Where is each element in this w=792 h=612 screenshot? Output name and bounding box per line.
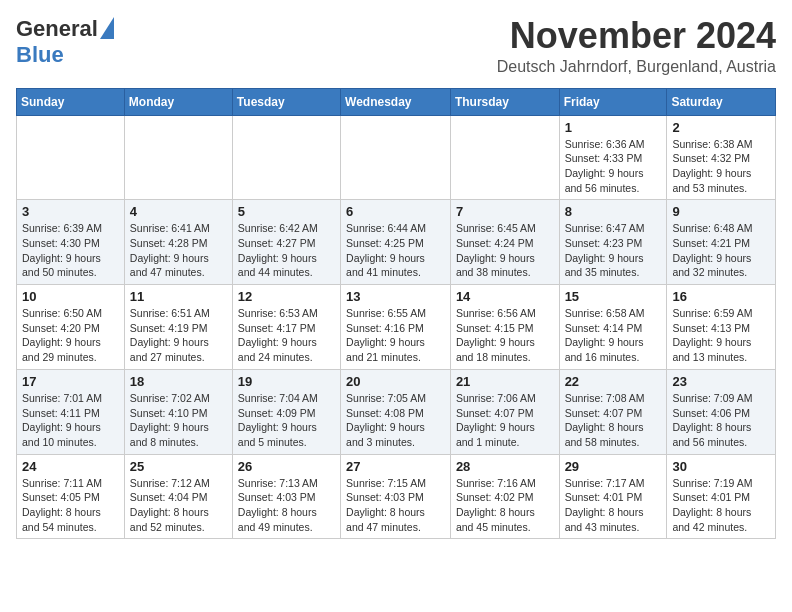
day-info: Sunrise: 7:06 AM Sunset: 4:07 PM Dayligh… <box>456 391 554 450</box>
day-number: 27 <box>346 459 445 474</box>
calendar-cell: 30Sunrise: 7:19 AM Sunset: 4:01 PM Dayli… <box>667 454 776 539</box>
calendar-cell: 27Sunrise: 7:15 AM Sunset: 4:03 PM Dayli… <box>341 454 451 539</box>
calendar-cell: 8Sunrise: 6:47 AM Sunset: 4:23 PM Daylig… <box>559 200 667 285</box>
day-info: Sunrise: 6:56 AM Sunset: 4:15 PM Dayligh… <box>456 306 554 365</box>
day-number: 2 <box>672 120 770 135</box>
title-block: November 2024 Deutsch Jahrndorf, Burgenl… <box>497 16 776 76</box>
month-title: November 2024 <box>497 16 776 56</box>
weekday-header-saturday: Saturday <box>667 88 776 115</box>
day-number: 4 <box>130 204 227 219</box>
location-title: Deutsch Jahrndorf, Burgenland, Austria <box>497 58 776 76</box>
day-info: Sunrise: 7:12 AM Sunset: 4:04 PM Dayligh… <box>130 476 227 535</box>
day-number: 13 <box>346 289 445 304</box>
calendar-cell: 13Sunrise: 6:55 AM Sunset: 4:16 PM Dayli… <box>341 285 451 370</box>
day-info: Sunrise: 6:41 AM Sunset: 4:28 PM Dayligh… <box>130 221 227 280</box>
day-info: Sunrise: 7:11 AM Sunset: 4:05 PM Dayligh… <box>22 476 119 535</box>
logo-triangle-icon <box>100 17 114 39</box>
weekday-header-tuesday: Tuesday <box>232 88 340 115</box>
weekday-header-wednesday: Wednesday <box>341 88 451 115</box>
day-number: 29 <box>565 459 662 474</box>
calendar-cell: 21Sunrise: 7:06 AM Sunset: 4:07 PM Dayli… <box>450 369 559 454</box>
calendar-week-2: 3Sunrise: 6:39 AM Sunset: 4:30 PM Daylig… <box>17 200 776 285</box>
calendar-cell: 16Sunrise: 6:59 AM Sunset: 4:13 PM Dayli… <box>667 285 776 370</box>
calendar-cell: 28Sunrise: 7:16 AM Sunset: 4:02 PM Dayli… <box>450 454 559 539</box>
calendar-cell: 1Sunrise: 6:36 AM Sunset: 4:33 PM Daylig… <box>559 115 667 200</box>
day-info: Sunrise: 6:38 AM Sunset: 4:32 PM Dayligh… <box>672 137 770 196</box>
calendar-cell <box>232 115 340 200</box>
day-number: 1 <box>565 120 662 135</box>
day-number: 20 <box>346 374 445 389</box>
day-number: 30 <box>672 459 770 474</box>
weekday-header-thursday: Thursday <box>450 88 559 115</box>
day-info: Sunrise: 6:53 AM Sunset: 4:17 PM Dayligh… <box>238 306 335 365</box>
calendar-cell: 2Sunrise: 6:38 AM Sunset: 4:32 PM Daylig… <box>667 115 776 200</box>
day-number: 14 <box>456 289 554 304</box>
calendar-cell: 11Sunrise: 6:51 AM Sunset: 4:19 PM Dayli… <box>124 285 232 370</box>
day-info: Sunrise: 6:45 AM Sunset: 4:24 PM Dayligh… <box>456 221 554 280</box>
day-number: 15 <box>565 289 662 304</box>
calendar-week-1: 1Sunrise: 6:36 AM Sunset: 4:33 PM Daylig… <box>17 115 776 200</box>
day-number: 7 <box>456 204 554 219</box>
day-info: Sunrise: 6:42 AM Sunset: 4:27 PM Dayligh… <box>238 221 335 280</box>
calendar-cell: 25Sunrise: 7:12 AM Sunset: 4:04 PM Dayli… <box>124 454 232 539</box>
calendar-week-5: 24Sunrise: 7:11 AM Sunset: 4:05 PM Dayli… <box>17 454 776 539</box>
day-info: Sunrise: 7:08 AM Sunset: 4:07 PM Dayligh… <box>565 391 662 450</box>
calendar-cell: 29Sunrise: 7:17 AM Sunset: 4:01 PM Dayli… <box>559 454 667 539</box>
calendar-body: 1Sunrise: 6:36 AM Sunset: 4:33 PM Daylig… <box>17 115 776 539</box>
day-number: 25 <box>130 459 227 474</box>
day-number: 28 <box>456 459 554 474</box>
day-number: 12 <box>238 289 335 304</box>
calendar-cell: 19Sunrise: 7:04 AM Sunset: 4:09 PM Dayli… <box>232 369 340 454</box>
day-info: Sunrise: 6:36 AM Sunset: 4:33 PM Dayligh… <box>565 137 662 196</box>
calendar-cell: 9Sunrise: 6:48 AM Sunset: 4:21 PM Daylig… <box>667 200 776 285</box>
day-info: Sunrise: 7:01 AM Sunset: 4:11 PM Dayligh… <box>22 391 119 450</box>
calendar-cell <box>17 115 125 200</box>
day-info: Sunrise: 6:51 AM Sunset: 4:19 PM Dayligh… <box>130 306 227 365</box>
weekday-header-monday: Monday <box>124 88 232 115</box>
weekday-header-friday: Friday <box>559 88 667 115</box>
day-number: 24 <box>22 459 119 474</box>
calendar-cell: 24Sunrise: 7:11 AM Sunset: 4:05 PM Dayli… <box>17 454 125 539</box>
day-info: Sunrise: 6:50 AM Sunset: 4:20 PM Dayligh… <box>22 306 119 365</box>
calendar-cell: 20Sunrise: 7:05 AM Sunset: 4:08 PM Dayli… <box>341 369 451 454</box>
calendar-cell <box>124 115 232 200</box>
day-number: 23 <box>672 374 770 389</box>
day-info: Sunrise: 6:59 AM Sunset: 4:13 PM Dayligh… <box>672 306 770 365</box>
calendar-header-row: SundayMondayTuesdayWednesdayThursdayFrid… <box>17 88 776 115</box>
day-number: 3 <box>22 204 119 219</box>
calendar-cell: 18Sunrise: 7:02 AM Sunset: 4:10 PM Dayli… <box>124 369 232 454</box>
logo-general-text: General <box>16 16 98 42</box>
day-number: 5 <box>238 204 335 219</box>
day-number: 8 <box>565 204 662 219</box>
day-info: Sunrise: 6:47 AM Sunset: 4:23 PM Dayligh… <box>565 221 662 280</box>
day-number: 17 <box>22 374 119 389</box>
calendar-cell: 5Sunrise: 6:42 AM Sunset: 4:27 PM Daylig… <box>232 200 340 285</box>
day-number: 6 <box>346 204 445 219</box>
day-info: Sunrise: 6:44 AM Sunset: 4:25 PM Dayligh… <box>346 221 445 280</box>
day-info: Sunrise: 7:15 AM Sunset: 4:03 PM Dayligh… <box>346 476 445 535</box>
day-number: 19 <box>238 374 335 389</box>
calendar-cell: 15Sunrise: 6:58 AM Sunset: 4:14 PM Dayli… <box>559 285 667 370</box>
logo: General Blue <box>16 16 114 68</box>
calendar-cell: 4Sunrise: 6:41 AM Sunset: 4:28 PM Daylig… <box>124 200 232 285</box>
calendar-cell: 10Sunrise: 6:50 AM Sunset: 4:20 PM Dayli… <box>17 285 125 370</box>
day-number: 22 <box>565 374 662 389</box>
logo-blue-text: Blue <box>16 42 64 68</box>
day-number: 11 <box>130 289 227 304</box>
calendar-cell: 12Sunrise: 6:53 AM Sunset: 4:17 PM Dayli… <box>232 285 340 370</box>
calendar-week-3: 10Sunrise: 6:50 AM Sunset: 4:20 PM Dayli… <box>17 285 776 370</box>
calendar-cell <box>341 115 451 200</box>
page-header: General Blue November 2024 Deutsch Jahrn… <box>16 16 776 76</box>
day-number: 9 <box>672 204 770 219</box>
day-info: Sunrise: 7:17 AM Sunset: 4:01 PM Dayligh… <box>565 476 662 535</box>
day-number: 16 <box>672 289 770 304</box>
day-number: 21 <box>456 374 554 389</box>
day-number: 10 <box>22 289 119 304</box>
day-info: Sunrise: 6:55 AM Sunset: 4:16 PM Dayligh… <box>346 306 445 365</box>
weekday-header-sunday: Sunday <box>17 88 125 115</box>
day-info: Sunrise: 6:48 AM Sunset: 4:21 PM Dayligh… <box>672 221 770 280</box>
calendar-cell: 6Sunrise: 6:44 AM Sunset: 4:25 PM Daylig… <box>341 200 451 285</box>
calendar-cell: 3Sunrise: 6:39 AM Sunset: 4:30 PM Daylig… <box>17 200 125 285</box>
day-info: Sunrise: 7:09 AM Sunset: 4:06 PM Dayligh… <box>672 391 770 450</box>
day-info: Sunrise: 7:16 AM Sunset: 4:02 PM Dayligh… <box>456 476 554 535</box>
